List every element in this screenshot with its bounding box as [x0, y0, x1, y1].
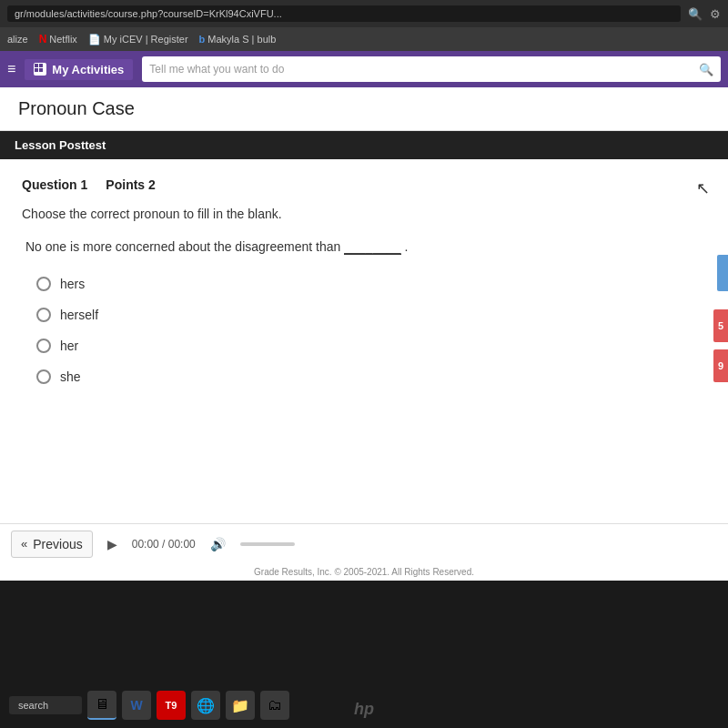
volume-icon[interactable]: 🔊 — [210, 537, 226, 551]
previous-button[interactable]: « Previous — [11, 531, 93, 558]
nav-search-icon: 🔍 — [699, 63, 713, 76]
taskbar-app-icon[interactable]: T9 — [157, 691, 186, 720]
chevron-left-icon: « — [21, 537, 27, 551]
browser-chrome: gr/modules/activities/course.php?courseI… — [0, 0, 728, 51]
answer-option-herself[interactable]: herself — [36, 308, 706, 322]
question-number: Question 1 — [22, 177, 87, 192]
question-points: Points 2 — [106, 177, 155, 192]
footer: Grade Results, Inc. © 2005-2021. All Rig… — [0, 563, 728, 581]
bookmark-label: Netflix — [49, 34, 77, 45]
bulb-icon: b — [199, 34, 206, 45]
hp-logo: hp — [354, 700, 374, 719]
bookmark-bulb[interactable]: b Makyla S | bulb — [199, 34, 277, 45]
option-label-herself: herself — [60, 308, 98, 322]
taskbar-folder-icon[interactable]: 📁 — [226, 691, 255, 720]
svg-rect-3 — [39, 68, 43, 72]
bookmark-label: alize — [7, 34, 28, 45]
option-label-she: she — [60, 369, 81, 384]
taskbar-monitor-icon[interactable]: 🖥 — [87, 691, 116, 720]
netflix-icon: N — [39, 33, 47, 46]
answer-option-hers[interactable]: hers — [36, 277, 706, 291]
question-area: Question 1 Points 2 Choose the correct p… — [0, 159, 728, 523]
my-activities-button[interactable]: My Activities — [25, 59, 133, 80]
nav-search-area[interactable]: Tell me what you want to do 🔍 — [142, 56, 721, 82]
settings-icon[interactable]: ⚙ — [710, 7, 721, 21]
bookmark-alize[interactable]: alize — [7, 34, 28, 45]
side-tab-blue[interactable] — [717, 255, 728, 291]
bookmark-netflix[interactable]: N Netflix — [39, 33, 77, 46]
url-bar-area: gr/modules/activities/course.php?courseI… — [0, 0, 728, 27]
question-header: Question 1 Points 2 — [22, 177, 706, 192]
svg-rect-2 — [35, 68, 38, 72]
side-tab-red-2[interactable]: 9 — [713, 349, 728, 382]
question-instruction: Choose the correct pronoun to fill in th… — [22, 207, 706, 221]
taskbar-search[interactable]: search — [9, 696, 82, 714]
sentence-blank: ________ — [344, 239, 400, 255]
previous-label: Previous — [33, 537, 82, 551]
page-title: Pronoun Case — [18, 98, 710, 119]
lesson-posttest-label: Lesson Posttest — [15, 138, 106, 152]
play-icon[interactable]: ▶ — [107, 537, 117, 551]
radio-hers[interactable] — [36, 277, 51, 291]
answer-options: hers herself her she — [22, 277, 706, 384]
page-title-bar: Pronoun Case — [0, 87, 728, 131]
main-content: Pronoun Case Lesson Posttest Question 1 … — [0, 87, 728, 581]
taskbar: search 🖥 W T9 🌐 📁 🗂 hp — [0, 682, 728, 728]
radio-her[interactable] — [36, 339, 51, 353]
side-tab-red-1[interactable]: 5 — [713, 309, 728, 342]
question-sentence: No one is more concerned about the disag… — [22, 239, 706, 255]
hamburger-icon[interactable]: ≡ — [7, 61, 15, 77]
bookmark-label: My iCEV | Register — [104, 34, 188, 45]
bookmark-label: Makyla S | bulb — [207, 34, 276, 45]
url-bar[interactable]: gr/modules/activities/course.php?courseI… — [7, 5, 681, 22]
option-label-her: her — [60, 339, 78, 353]
taskbar-word-icon[interactable]: W — [122, 691, 151, 720]
taskbar-edge-icon[interactable]: 🌐 — [191, 691, 220, 720]
taskbar-extra-icon[interactable]: 🗂 — [260, 691, 289, 720]
side-tab-value-2: 9 — [718, 360, 723, 371]
radio-herself[interactable] — [36, 308, 51, 322]
bookmarks-bar: alize N Netflix 📄 My iCEV | Register b M… — [0, 27, 728, 51]
sentence-before: No one is more concerned about the disag… — [25, 239, 340, 254]
document-icon: 📄 — [88, 34, 101, 46]
side-tab-value-1: 5 — [718, 320, 723, 331]
activities-grid-icon — [34, 63, 46, 76]
my-activities-label: My Activities — [52, 63, 124, 76]
svg-rect-1 — [39, 64, 43, 67]
radio-she[interactable] — [36, 369, 51, 384]
lesson-posttest-bar: Lesson Posttest — [0, 131, 728, 159]
answer-option-her[interactable]: her — [36, 339, 706, 353]
copyright-text: Grade Results, Inc. © 2005-2021. All Rig… — [254, 567, 474, 577]
bottom-controls: « Previous ▶ 00:00 / 00:00 🔊 — [0, 523, 728, 563]
nav-search-placeholder: Tell me what you want to do — [149, 63, 695, 76]
answer-option-she[interactable]: she — [36, 369, 706, 384]
time-total: 00:00 — [168, 538, 196, 551]
time-current: 00:00 — [132, 538, 159, 551]
bookmark-icev[interactable]: 📄 My iCEV | Register — [88, 34, 188, 46]
time-separator: / — [162, 538, 168, 551]
sentence-after: . — [404, 239, 408, 254]
svg-rect-0 — [35, 64, 38, 67]
nav-bar: ≡ My Activities Tell me what you want to… — [0, 51, 728, 87]
audio-progress-bar[interactable] — [240, 542, 295, 546]
option-label-hers: hers — [60, 277, 85, 291]
time-display: 00:00 / 00:00 — [132, 538, 196, 551]
search-icon: 🔍 — [688, 7, 703, 21]
